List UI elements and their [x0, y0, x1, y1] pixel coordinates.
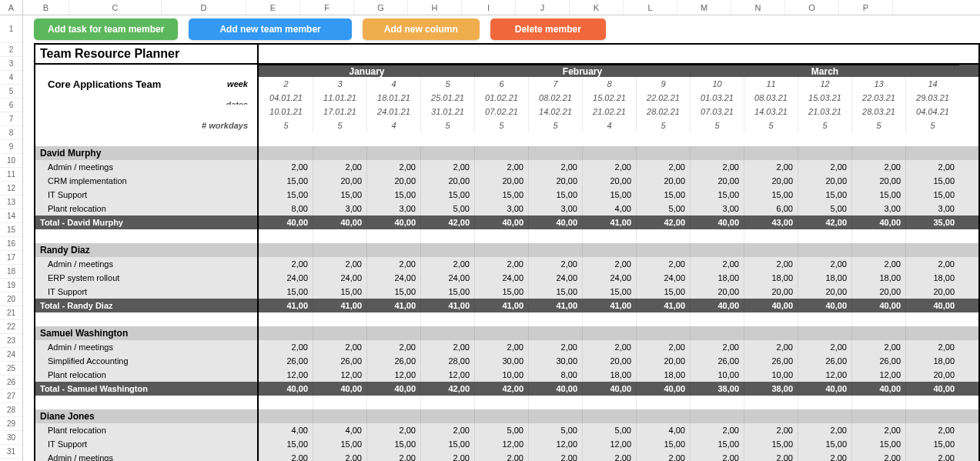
row-header-19[interactable]: 19 [0, 279, 22, 292]
value-cell[interactable]: 2,00 [528, 257, 582, 271]
value-cell[interactable]: 40,00 [259, 215, 313, 229]
value-cell[interactable]: 3,00 [905, 202, 959, 215]
value-cell[interactable]: 2,00 [259, 451, 313, 461]
value-cell[interactable]: 15,00 [636, 188, 690, 202]
value-cell[interactable]: 41,00 [313, 299, 366, 312]
value-cell[interactable]: 15,00 [636, 285, 690, 299]
value-cell[interactable]: 20,00 [420, 174, 474, 188]
value-cell[interactable]: 15,00 [528, 188, 582, 202]
value-cell[interactable]: 40,00 [474, 215, 528, 229]
row-header-1[interactable]: 1 [0, 15, 22, 43]
row-header-4[interactable]: 4 [0, 71, 22, 85]
value-cell[interactable]: 2,00 [690, 340, 744, 354]
value-cell[interactable]: 20,00 [636, 174, 690, 188]
row-header-23[interactable]: 23 [0, 334, 22, 348]
row-header-9[interactable]: 9 [0, 140, 22, 154]
value-cell[interactable]: 12,00 [851, 368, 905, 382]
value-cell[interactable]: 3,00 [366, 202, 420, 215]
value-cell[interactable]: 18,00 [905, 271, 959, 285]
value-cell[interactable]: 2,00 [474, 160, 528, 174]
col-header-F[interactable]: F [300, 0, 354, 15]
value-cell[interactable]: 26,00 [798, 354, 851, 368]
row-header-6[interactable]: 6 [0, 99, 22, 112]
value-cell[interactable]: 20,00 [582, 174, 636, 188]
value-cell[interactable]: 12,00 [313, 368, 366, 382]
value-cell[interactable]: 5,00 [474, 423, 528, 437]
row-header-2[interactable]: 2 [0, 43, 22, 57]
value-cell[interactable]: 2,00 [690, 451, 744, 461]
value-cell[interactable]: 2,00 [798, 340, 851, 354]
add-task-button[interactable]: Add task for team member [34, 18, 178, 40]
row-header-8[interactable]: 8 [0, 126, 22, 140]
task-label[interactable]: Plant relocation [35, 423, 259, 437]
col-header-C[interactable]: C [69, 0, 162, 15]
value-cell[interactable]: 12,00 [259, 368, 313, 382]
value-cell[interactable]: 2,00 [798, 257, 851, 271]
value-cell[interactable]: 4,00 [313, 423, 366, 437]
value-cell[interactable]: 15,00 [474, 188, 528, 202]
task-label[interactable]: Plant relocation [35, 202, 259, 215]
value-cell[interactable]: 24,00 [259, 271, 313, 285]
task-label[interactable]: Admin / meetings [35, 451, 259, 461]
value-cell[interactable]: 2,00 [366, 423, 420, 437]
value-cell[interactable]: 15,00 [851, 437, 905, 451]
delete-member-button[interactable]: Delete member [490, 18, 606, 40]
row-header-29[interactable]: 29 [0, 417, 22, 431]
value-cell[interactable]: 20,00 [905, 285, 959, 299]
value-cell[interactable]: 10,00 [474, 368, 528, 382]
value-cell[interactable]: 15,00 [798, 437, 851, 451]
value-cell[interactable]: 41,00 [366, 299, 420, 312]
value-cell[interactable]: 2,00 [366, 451, 420, 461]
value-cell[interactable]: 15,00 [366, 285, 420, 299]
value-cell[interactable]: 2,00 [905, 451, 959, 461]
value-cell[interactable]: 2,00 [528, 340, 582, 354]
value-cell[interactable]: 26,00 [744, 354, 798, 368]
value-cell[interactable]: 15,00 [420, 188, 474, 202]
row-header-13[interactable]: 13 [0, 195, 22, 209]
value-cell[interactable]: 15,00 [420, 437, 474, 451]
task-label[interactable]: CRM implementation [35, 174, 259, 188]
value-cell[interactable]: 8,00 [528, 368, 582, 382]
value-cell[interactable]: 15,00 [313, 285, 366, 299]
row-header-18[interactable]: 18 [0, 265, 22, 279]
value-cell[interactable]: 15,00 [690, 188, 744, 202]
value-cell[interactable]: 2,00 [474, 257, 528, 271]
value-cell[interactable]: 6,00 [744, 202, 798, 215]
value-cell[interactable]: 15,00 [420, 285, 474, 299]
value-cell[interactable]: 20,00 [636, 354, 690, 368]
task-label[interactable]: IT Support [35, 188, 259, 202]
value-cell[interactable]: 2,00 [259, 340, 313, 354]
value-cell[interactable]: 2,00 [474, 340, 528, 354]
value-cell[interactable]: 26,00 [313, 354, 366, 368]
value-cell[interactable]: 15,00 [905, 174, 959, 188]
value-cell[interactable]: 20,00 [582, 354, 636, 368]
value-cell[interactable]: 2,00 [851, 340, 905, 354]
value-cell[interactable]: 42,00 [420, 215, 474, 229]
value-cell[interactable]: 2,00 [420, 451, 474, 461]
value-cell[interactable]: 15,00 [528, 285, 582, 299]
value-cell[interactable]: 40,00 [582, 382, 636, 396]
value-cell[interactable]: 2,00 [474, 451, 528, 461]
row-header-27[interactable]: 27 [0, 389, 22, 403]
value-cell[interactable]: 20,00 [690, 174, 744, 188]
value-cell[interactable]: 2,00 [582, 340, 636, 354]
value-cell[interactable]: 2,00 [313, 340, 366, 354]
value-cell[interactable]: 15,00 [259, 437, 313, 451]
value-cell[interactable]: 40,00 [636, 382, 690, 396]
add-member-button[interactable]: Add new team member [189, 18, 351, 40]
value-cell[interactable]: 40,00 [851, 382, 905, 396]
row-header-7[interactable]: 7 [0, 112, 22, 126]
value-cell[interactable]: 20,00 [905, 368, 959, 382]
row-header-30[interactable]: 30 [0, 431, 22, 445]
col-header-N[interactable]: N [731, 0, 785, 15]
value-cell[interactable]: 40,00 [313, 215, 366, 229]
value-cell[interactable]: 2,00 [851, 257, 905, 271]
value-cell[interactable]: 18,00 [905, 354, 959, 368]
value-cell[interactable]: 26,00 [259, 354, 313, 368]
value-cell[interactable]: 15,00 [259, 285, 313, 299]
value-cell[interactable]: 24,00 [474, 271, 528, 285]
value-cell[interactable]: 41,00 [636, 299, 690, 312]
row-header-11[interactable]: 11 [0, 168, 22, 182]
value-cell[interactable]: 2,00 [744, 340, 798, 354]
value-cell[interactable]: 5,00 [582, 423, 636, 437]
